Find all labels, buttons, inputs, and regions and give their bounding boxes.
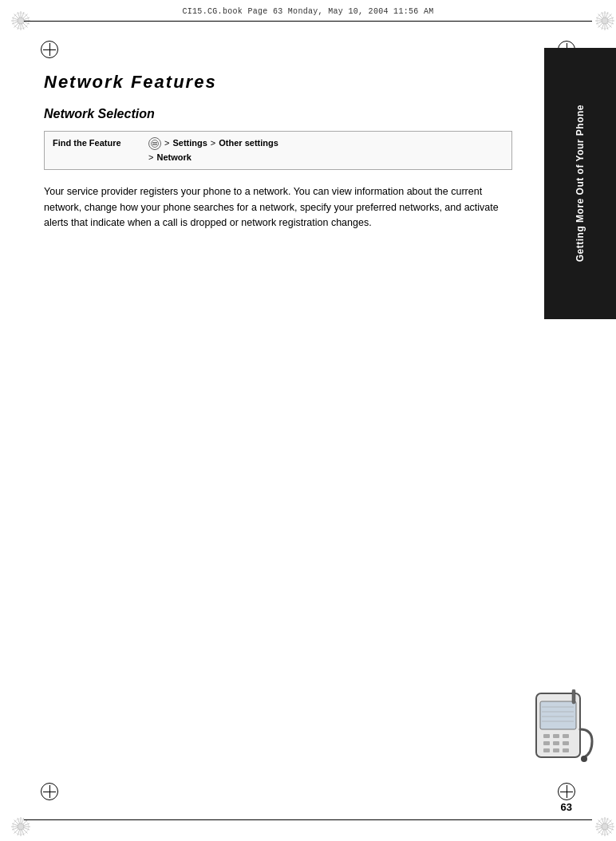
main-content: Network Features Network Selection Find … xyxy=(44,48,512,793)
find-feature-path: > Settings > Other settings > Network xyxy=(140,136,278,164)
svg-rect-46 xyxy=(543,734,550,738)
menu-icon xyxy=(148,137,161,150)
page-title: Network Features xyxy=(44,72,512,93)
path-arrow-2: > xyxy=(211,136,215,151)
path-other-settings: Other settings xyxy=(219,136,278,151)
find-feature-box: Find the Feature > Settings > Other sett… xyxy=(44,131,512,170)
path-arrow-3: > xyxy=(148,151,153,165)
sidebar-label: Getting More Out of Your Phone xyxy=(574,105,587,262)
section-heading: Network Selection xyxy=(44,107,512,121)
header-bar: CI15.CG.book Page 63 Monday, May 10, 200… xyxy=(0,0,616,22)
phone-illustration xyxy=(532,689,604,769)
path-line-2: > Network xyxy=(148,151,278,165)
bottom-border xyxy=(24,819,592,820)
path-settings: Settings xyxy=(172,136,207,151)
crosshair-br xyxy=(560,785,573,798)
path-network: Network xyxy=(156,151,191,165)
svg-rect-55 xyxy=(572,689,575,704)
path-arrow-1: > xyxy=(164,136,169,151)
file-info: CI15.CG.book Page 63 Monday, May 10, 200… xyxy=(182,7,433,16)
page-number: 63 xyxy=(561,801,572,813)
top-border xyxy=(24,21,592,22)
svg-rect-41 xyxy=(540,701,576,729)
svg-point-39 xyxy=(602,823,608,830)
svg-point-29 xyxy=(18,823,24,830)
path-line-1: > Settings > Other settings xyxy=(148,136,278,151)
svg-rect-52 xyxy=(543,748,550,752)
svg-rect-47 xyxy=(553,734,559,738)
svg-rect-51 xyxy=(563,741,569,745)
svg-rect-50 xyxy=(553,741,559,745)
corner-decoration-br xyxy=(575,796,614,839)
body-text: Your service provider registers your pho… xyxy=(44,184,512,231)
sidebar-tab: Getting More Out of Your Phone xyxy=(544,48,616,319)
svg-rect-54 xyxy=(563,748,569,752)
svg-rect-48 xyxy=(563,734,569,738)
svg-point-56 xyxy=(581,756,587,762)
svg-rect-53 xyxy=(553,748,559,752)
svg-rect-49 xyxy=(543,741,550,745)
corner-decoration-bl xyxy=(2,796,41,839)
find-feature-label: Find the Feature xyxy=(53,136,140,148)
